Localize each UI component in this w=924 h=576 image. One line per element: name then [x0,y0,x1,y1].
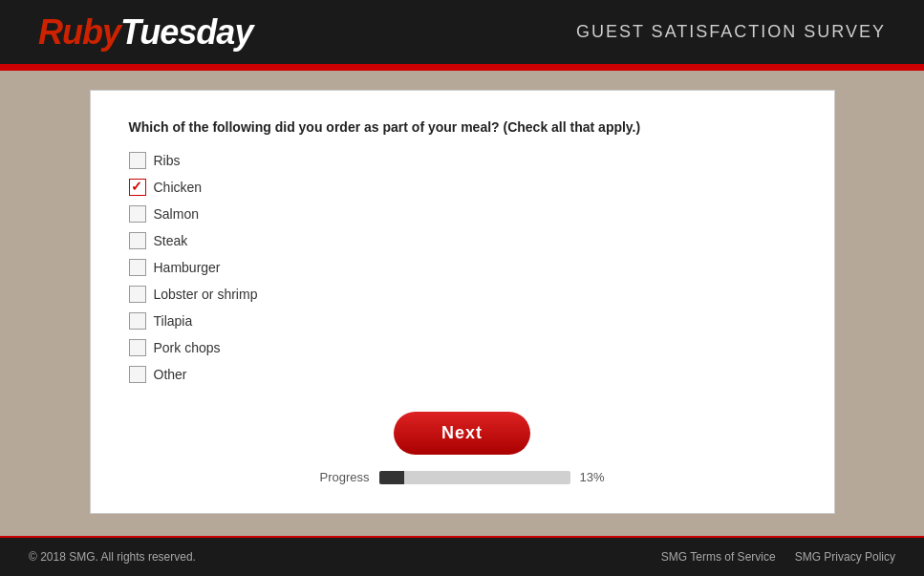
checkbox-salmon[interactable] [129,205,146,223]
checkbox-item-ribs: Ribs [129,152,796,169]
checkbox-lobster[interactable] [129,286,146,303]
checkbox-chicken[interactable] [129,179,146,196]
checkbox-item-salmon: Salmon [129,205,796,223]
checkbox-item-steak: Steak [129,232,796,249]
checkbox-list: RibsChickenSalmonSteakHamburgerLobster o… [129,152,796,383]
progress-label: Progress [319,470,369,484]
checkbox-label-tilapia: Tilapia [154,313,193,329]
main-content: Which of the following did you order as … [0,71,924,536]
footer-link-privacy[interactable]: SMG Privacy Policy [795,550,895,564]
footer-copyright: © 2018 SMG. All rights reserved. [29,550,196,564]
footer-links: SMG Terms of Service SMG Privacy Policy [661,550,895,564]
footer: © 2018 SMG. All rights reserved. SMG Ter… [0,536,924,576]
header: RubyTuesday GUEST SATISFACTION SURVEY [0,0,924,67]
footer-link-tos[interactable]: SMG Terms of Service [661,550,776,564]
checkbox-hamburger[interactable] [129,259,146,276]
checkbox-label-pork_chops: Pork chops [154,340,221,355]
checkbox-other[interactable] [129,366,146,383]
checkbox-label-hamburger: Hamburger [154,260,221,275]
checkbox-item-tilapia: Tilapia [129,312,796,330]
checkbox-item-pork_chops: Pork chops [129,339,796,356]
progress-bar-fill [379,471,404,484]
checkbox-ribs[interactable] [129,152,146,169]
checkbox-item-hamburger: Hamburger [129,259,796,276]
logo-ruby: Ruby [38,12,120,52]
action-area: Next Progress 13% [129,412,796,484]
checkbox-item-lobster: Lobster or shrimp [129,286,796,303]
checkbox-item-other: Other [129,366,796,383]
checkbox-label-lobster: Lobster or shrimp [154,287,258,302]
question-text: Which of the following did you order as … [129,119,796,135]
survey-card: Which of the following did you order as … [90,90,835,514]
checkbox-pork_chops[interactable] [129,339,146,356]
checkbox-steak[interactable] [129,232,146,249]
survey-title: GUEST SATISFACTION SURVEY [576,22,886,42]
checkbox-label-steak: Steak [154,233,188,248]
logo: RubyTuesday [38,12,252,53]
progress-row: Progress 13% [319,470,604,484]
checkbox-label-other: Other [154,367,187,382]
progress-percent: 13% [580,470,605,484]
checkbox-tilapia[interactable] [129,312,146,330]
progress-bar-container [379,471,570,484]
logo-tuesday: Tuesday [120,12,252,52]
checkbox-label-ribs: Ribs [154,153,181,168]
next-button[interactable]: Next [394,412,530,455]
checkbox-item-chicken: Chicken [129,179,796,196]
checkbox-label-chicken: Chicken [154,180,203,195]
checkbox-label-salmon: Salmon [154,206,199,222]
